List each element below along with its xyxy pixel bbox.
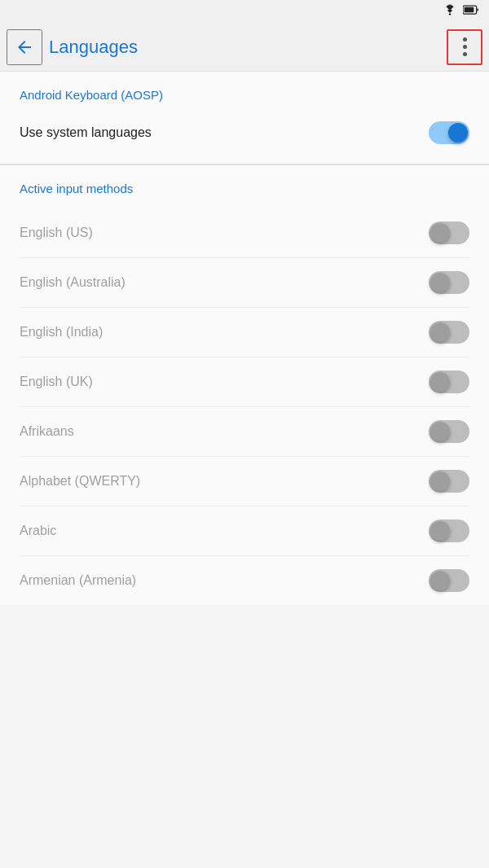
use-system-languages-row: Use system languages	[20, 115, 469, 151]
keyboard-section: Android Keyboard (AOSP) Use system langu…	[0, 72, 489, 164]
input-method-toggle[interactable]	[429, 321, 469, 344]
list-item[interactable]: Arabic	[20, 506, 469, 556]
input-method-label: Arabic	[20, 524, 56, 538]
list-item[interactable]: English (India)	[20, 308, 469, 357]
list-item[interactable]: English (UK)	[20, 357, 469, 407]
input-method-label: English (India)	[20, 325, 103, 340]
page-title: Languages	[42, 37, 447, 58]
more-options-button[interactable]	[447, 29, 482, 65]
list-item[interactable]: English (Australia)	[20, 258, 469, 308]
list-item[interactable]: Alphabet (QWERTY)	[20, 457, 469, 506]
three-dots-icon	[463, 37, 467, 56]
content-area: Android Keyboard (AOSP) Use system langu…	[0, 72, 489, 868]
keyboard-section-title: Android Keyboard (AOSP)	[20, 88, 469, 102]
input-method-label: English (US)	[20, 226, 93, 240]
list-item[interactable]: English (US)	[20, 208, 469, 258]
svg-rect-1	[465, 7, 474, 13]
list-item[interactable]: Armenian (Armenia)	[20, 556, 469, 598]
wifi-icon	[442, 4, 458, 19]
back-button[interactable]	[7, 29, 42, 65]
input-method-toggle[interactable]	[429, 470, 469, 493]
input-method-toggle[interactable]	[429, 370, 469, 393]
input-method-label: Alphabet (QWERTY)	[20, 474, 140, 489]
input-method-toggle[interactable]	[429, 221, 469, 244]
input-method-toggle[interactable]	[429, 519, 469, 542]
use-system-languages-label: Use system languages	[20, 125, 152, 140]
active-input-methods-section: Active input methods English (US) Englis…	[0, 165, 489, 605]
list-item[interactable]: Afrikaans	[20, 407, 469, 457]
input-method-toggle[interactable]	[429, 420, 469, 443]
battery-icon	[463, 4, 479, 19]
active-input-methods-title: Active input methods	[20, 182, 469, 195]
input-method-label: Afrikaans	[20, 424, 74, 439]
input-method-toggle[interactable]	[429, 271, 469, 294]
input-method-toggle[interactable]	[429, 569, 469, 592]
use-system-languages-toggle[interactable]	[429, 121, 469, 144]
top-nav: Languages	[0, 23, 489, 72]
input-method-label: English (Australia)	[20, 275, 126, 290]
input-method-label: Armenian (Armenia)	[20, 573, 136, 588]
input-method-label: English (UK)	[20, 375, 93, 389]
status-bar	[0, 0, 489, 23]
